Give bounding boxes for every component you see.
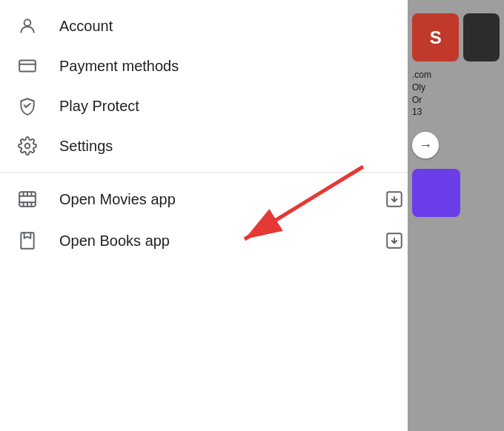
svg-rect-16 (21, 233, 33, 249)
menu-item-play-protect[interactable]: Play Protect (0, 86, 422, 126)
menu-divider (0, 172, 422, 173)
account-label: Account (59, 18, 405, 35)
play-protect-label: Play Protect (59, 98, 405, 115)
film-icon (18, 190, 47, 209)
credit-card-icon (18, 56, 47, 76)
person-icon (18, 16, 47, 36)
menu-panel: Account Payment methods Play Protect (0, 0, 422, 431)
menu-item-settings[interactable]: Settings (0, 126, 422, 166)
menu-item-books[interactable]: Open Books app (0, 220, 422, 261)
menu-item-movies[interactable]: Open Movies app (0, 178, 422, 220)
svg-marker-3 (24, 103, 32, 109)
movies-external-icon (384, 189, 405, 210)
right-panel-text1: .com (412, 69, 500, 81)
shield-icon (18, 96, 47, 116)
svg-rect-1 (19, 60, 36, 71)
menu-item-payment[interactable]: Payment methods (0, 46, 422, 86)
right-panel-arrow-icon[interactable]: → (419, 138, 432, 153)
gear-icon (18, 136, 47, 156)
bookmark-icon (18, 231, 47, 250)
svg-point-4 (25, 144, 30, 149)
books-external-icon (384, 230, 405, 251)
right-panel-text3: 13 (412, 106, 500, 118)
movies-label: Open Movies app (59, 191, 384, 208)
settings-label: Settings (59, 138, 405, 155)
books-label: Open Books app (59, 233, 384, 250)
right-panel-text2: Oly Or (412, 81, 500, 107)
svg-point-0 (24, 19, 31, 26)
right-panel: S .com Oly Or 13 → (408, 0, 504, 431)
menu-item-account[interactable]: Account (0, 6, 422, 46)
payment-label: Payment methods (59, 58, 405, 75)
